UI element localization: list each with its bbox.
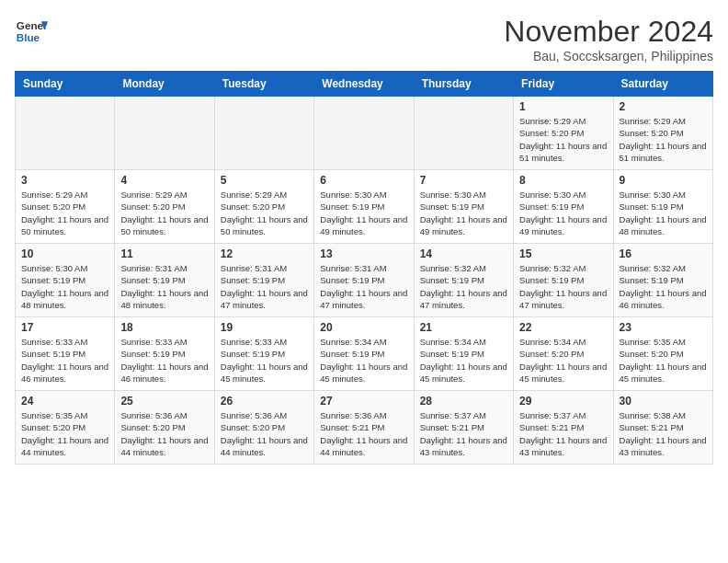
- day-info: Sunrise: 5:33 AM Sunset: 5:19 PM Dayligh…: [120, 336, 208, 385]
- calendar-cell: 18Sunrise: 5:33 AM Sunset: 5:19 PM Dayli…: [115, 317, 214, 391]
- day-number: 25: [120, 395, 208, 408]
- day-number: 17: [21, 321, 108, 334]
- day-number: 10: [21, 247, 108, 260]
- calendar-cell: 13Sunrise: 5:31 AM Sunset: 5:19 PM Dayli…: [314, 244, 414, 317]
- day-number: 4: [120, 174, 208, 187]
- weekday-header: Monday: [115, 72, 214, 97]
- calendar-cell: 28Sunrise: 5:37 AM Sunset: 5:21 PM Dayli…: [414, 391, 513, 465]
- calendar-week-row: 3Sunrise: 5:29 AM Sunset: 5:20 PM Daylig…: [16, 170, 713, 244]
- day-number: 1: [519, 100, 607, 113]
- day-info: Sunrise: 5:38 AM Sunset: 5:21 PM Dayligh…: [620, 409, 707, 458]
- day-info: Sunrise: 5:30 AM Sunset: 5:19 PM Dayligh…: [21, 262, 108, 311]
- day-info: Sunrise: 5:29 AM Sunset: 5:20 PM Dayligh…: [221, 189, 308, 237]
- calendar-week-row: 1Sunrise: 5:29 AM Sunset: 5:20 PM Daylig…: [16, 97, 713, 170]
- calendar-week-row: 17Sunrise: 5:33 AM Sunset: 5:19 PM Dayli…: [16, 317, 713, 391]
- day-number: 2: [620, 100, 707, 113]
- day-number: 28: [420, 395, 507, 408]
- day-info: Sunrise: 5:32 AM Sunset: 5:19 PM Dayligh…: [519, 262, 607, 311]
- calendar-cell: [115, 97, 214, 170]
- day-info: Sunrise: 5:36 AM Sunset: 5:20 PM Dayligh…: [120, 409, 208, 458]
- day-info: Sunrise: 5:30 AM Sunset: 5:19 PM Dayligh…: [620, 189, 707, 237]
- day-info: Sunrise: 5:32 AM Sunset: 5:19 PM Dayligh…: [620, 262, 707, 311]
- calendar-cell: 15Sunrise: 5:32 AM Sunset: 5:19 PM Dayli…: [514, 244, 613, 317]
- logo: General Blue: [15, 15, 48, 48]
- calendar: SundayMondayTuesdayWednesdayThursdayFrid…: [15, 71, 713, 465]
- day-number: 22: [519, 321, 607, 334]
- month-title: November 2024: [504, 15, 713, 49]
- day-info: Sunrise: 5:29 AM Sunset: 5:20 PM Dayligh…: [519, 115, 607, 164]
- day-number: 27: [320, 395, 407, 408]
- calendar-cell: 14Sunrise: 5:32 AM Sunset: 5:19 PM Dayli…: [414, 244, 513, 317]
- calendar-cell: 5Sunrise: 5:29 AM Sunset: 5:20 PM Daylig…: [214, 170, 313, 244]
- day-number: 5: [221, 174, 308, 187]
- calendar-cell: 6Sunrise: 5:30 AM Sunset: 5:19 PM Daylig…: [314, 170, 414, 244]
- day-info: Sunrise: 5:36 AM Sunset: 5:20 PM Dayligh…: [221, 409, 308, 458]
- weekday-header: Wednesday: [314, 72, 414, 97]
- calendar-cell: 9Sunrise: 5:30 AM Sunset: 5:19 PM Daylig…: [613, 170, 712, 244]
- calendar-cell: 25Sunrise: 5:36 AM Sunset: 5:20 PM Dayli…: [115, 391, 214, 465]
- day-info: Sunrise: 5:35 AM Sunset: 5:20 PM Dayligh…: [21, 409, 108, 458]
- day-info: Sunrise: 5:31 AM Sunset: 5:19 PM Dayligh…: [120, 262, 208, 311]
- calendar-cell: [314, 97, 414, 170]
- weekday-header: Friday: [514, 72, 613, 97]
- calendar-cell: 20Sunrise: 5:34 AM Sunset: 5:19 PM Dayli…: [314, 317, 414, 391]
- day-number: 9: [620, 174, 707, 187]
- calendar-cell: 8Sunrise: 5:30 AM Sunset: 5:19 PM Daylig…: [514, 170, 613, 244]
- day-number: 11: [120, 247, 208, 260]
- day-info: Sunrise: 5:34 AM Sunset: 5:19 PM Dayligh…: [320, 336, 407, 385]
- calendar-cell: 21Sunrise: 5:34 AM Sunset: 5:19 PM Dayli…: [414, 317, 513, 391]
- calendar-cell: 12Sunrise: 5:31 AM Sunset: 5:19 PM Dayli…: [214, 244, 313, 317]
- day-number: 30: [620, 395, 707, 408]
- weekday-header: Thursday: [414, 72, 513, 97]
- calendar-week-row: 24Sunrise: 5:35 AM Sunset: 5:20 PM Dayli…: [16, 391, 713, 465]
- day-number: 3: [21, 174, 108, 187]
- day-info: Sunrise: 5:29 AM Sunset: 5:20 PM Dayligh…: [620, 115, 707, 164]
- day-number: 12: [221, 247, 308, 260]
- calendar-cell: 26Sunrise: 5:36 AM Sunset: 5:20 PM Dayli…: [214, 391, 313, 465]
- day-info: Sunrise: 5:31 AM Sunset: 5:19 PM Dayligh…: [320, 262, 407, 311]
- day-number: 21: [420, 321, 507, 334]
- day-number: 8: [519, 174, 607, 187]
- day-number: 26: [221, 395, 308, 408]
- weekday-header: Saturday: [613, 72, 712, 97]
- calendar-cell: 23Sunrise: 5:35 AM Sunset: 5:20 PM Dayli…: [613, 317, 712, 391]
- calendar-cell: 4Sunrise: 5:29 AM Sunset: 5:20 PM Daylig…: [115, 170, 214, 244]
- day-info: Sunrise: 5:30 AM Sunset: 5:19 PM Dayligh…: [420, 189, 507, 237]
- day-info: Sunrise: 5:34 AM Sunset: 5:19 PM Dayligh…: [420, 336, 507, 385]
- title-block: November 2024 Bau, Soccsksargen, Philipp…: [504, 15, 713, 63]
- weekday-header-row: SundayMondayTuesdayWednesdayThursdayFrid…: [16, 72, 713, 97]
- day-number: 7: [420, 174, 507, 187]
- calendar-cell: [414, 97, 513, 170]
- calendar-cell: 1Sunrise: 5:29 AM Sunset: 5:20 PM Daylig…: [514, 97, 613, 170]
- calendar-cell: 7Sunrise: 5:30 AM Sunset: 5:19 PM Daylig…: [414, 170, 513, 244]
- logo-icon: General Blue: [15, 15, 48, 48]
- day-number: 16: [620, 247, 707, 260]
- calendar-cell: 30Sunrise: 5:38 AM Sunset: 5:21 PM Dayli…: [613, 391, 712, 465]
- calendar-cell: 27Sunrise: 5:36 AM Sunset: 5:21 PM Dayli…: [314, 391, 414, 465]
- day-info: Sunrise: 5:37 AM Sunset: 5:21 PM Dayligh…: [519, 409, 607, 458]
- day-info: Sunrise: 5:37 AM Sunset: 5:21 PM Dayligh…: [420, 409, 507, 458]
- day-number: 13: [320, 247, 407, 260]
- day-number: 29: [519, 395, 607, 408]
- calendar-cell: [214, 97, 313, 170]
- day-number: 18: [120, 321, 208, 334]
- day-number: 6: [320, 174, 407, 187]
- calendar-cell: 22Sunrise: 5:34 AM Sunset: 5:20 PM Dayli…: [514, 317, 613, 391]
- calendar-cell: 19Sunrise: 5:33 AM Sunset: 5:19 PM Dayli…: [214, 317, 313, 391]
- day-info: Sunrise: 5:35 AM Sunset: 5:20 PM Dayligh…: [620, 336, 707, 385]
- day-number: 23: [620, 321, 707, 334]
- day-number: 24: [21, 395, 108, 408]
- day-info: Sunrise: 5:32 AM Sunset: 5:19 PM Dayligh…: [420, 262, 507, 311]
- calendar-cell: 17Sunrise: 5:33 AM Sunset: 5:19 PM Dayli…: [16, 317, 115, 391]
- day-number: 14: [420, 247, 507, 260]
- day-info: Sunrise: 5:29 AM Sunset: 5:20 PM Dayligh…: [120, 189, 208, 237]
- day-number: 20: [320, 321, 407, 334]
- calendar-cell: 2Sunrise: 5:29 AM Sunset: 5:20 PM Daylig…: [613, 97, 712, 170]
- calendar-cell: 24Sunrise: 5:35 AM Sunset: 5:20 PM Dayli…: [16, 391, 115, 465]
- day-info: Sunrise: 5:29 AM Sunset: 5:20 PM Dayligh…: [21, 189, 108, 237]
- calendar-cell: [16, 97, 115, 170]
- day-info: Sunrise: 5:30 AM Sunset: 5:19 PM Dayligh…: [320, 189, 407, 237]
- weekday-header: Sunday: [16, 72, 115, 97]
- day-info: Sunrise: 5:31 AM Sunset: 5:19 PM Dayligh…: [221, 262, 308, 311]
- day-info: Sunrise: 5:36 AM Sunset: 5:21 PM Dayligh…: [320, 409, 407, 458]
